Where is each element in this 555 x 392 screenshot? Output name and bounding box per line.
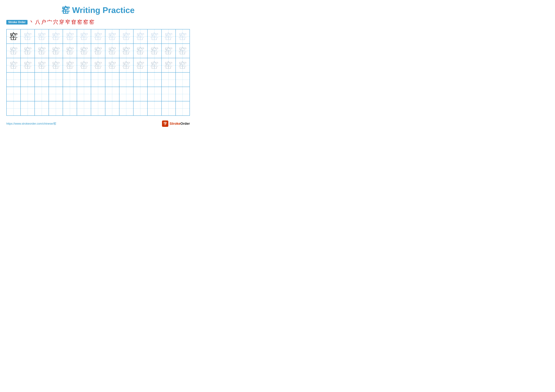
cell-4-6[interactable] xyxy=(77,73,91,87)
cell-5-4[interactable] xyxy=(49,87,63,101)
cell-5-12[interactable] xyxy=(162,87,176,101)
cell-1-6[interactable]: 窑 xyxy=(77,29,91,43)
page-title: 窑 Writing Practice xyxy=(6,5,190,16)
cell-5-7[interactable] xyxy=(91,87,105,101)
cell-3-6[interactable]: 窑 xyxy=(77,58,91,72)
cell-2-4[interactable]: 窑 xyxy=(49,44,63,58)
footer-logo: 字 StrokeOrder xyxy=(162,121,190,127)
cell-6-9[interactable] xyxy=(119,101,133,115)
footer: https://www.strokeorder.com/chinese/窑 字 … xyxy=(6,121,190,127)
cell-4-8[interactable] xyxy=(105,73,119,87)
cell-3-12[interactable]: 窑 xyxy=(162,58,176,72)
cell-1-3[interactable]: 窑 xyxy=(35,29,49,43)
cell-1-7[interactable]: 窑 xyxy=(91,29,105,43)
stroke-3: 户 xyxy=(41,19,46,26)
cell-2-5[interactable]: 窑 xyxy=(63,44,77,58)
cell-2-7[interactable]: 窑 xyxy=(91,44,105,58)
cell-3-1[interactable]: 窑 xyxy=(7,58,21,72)
cell-1-8[interactable]: 窑 xyxy=(105,29,119,43)
stroke-2: 八 xyxy=(35,19,40,26)
cell-2-9[interactable]: 窑 xyxy=(119,44,133,58)
cell-2-1[interactable]: 窑 xyxy=(7,44,21,58)
cell-4-11[interactable] xyxy=(148,73,162,87)
cell-3-2[interactable]: 窑 xyxy=(21,58,35,72)
cell-6-11[interactable] xyxy=(148,101,162,115)
cell-3-7[interactable]: 窑 xyxy=(91,58,105,72)
cell-1-10[interactable]: 窑 xyxy=(133,29,148,43)
cell-5-11[interactable] xyxy=(148,87,162,101)
logo-icon: 字 xyxy=(162,121,168,127)
cell-5-9[interactable] xyxy=(119,87,133,101)
cell-6-12[interactable] xyxy=(162,101,176,115)
cell-1-4[interactable]: 窑 xyxy=(49,29,63,43)
cell-6-5[interactable] xyxy=(63,101,77,115)
cell-4-4[interactable] xyxy=(49,73,63,87)
cell-2-8[interactable]: 窑 xyxy=(105,44,119,58)
cell-6-4[interactable] xyxy=(49,101,63,115)
cell-6-10[interactable] xyxy=(133,101,148,115)
stroke-1: 丶 xyxy=(29,19,34,26)
cell-5-1[interactable] xyxy=(7,87,21,101)
practice-grid: 窑 窑 窑 窑 窑 窑 窑 窑 窑 窑 窑 窑 窑 窑 窑 窑 窑 窑 窑 窑 … xyxy=(6,29,190,116)
cell-6-2[interactable] xyxy=(21,101,35,115)
cell-2-2[interactable]: 窑 xyxy=(21,44,35,58)
cell-3-13[interactable]: 窑 xyxy=(176,58,190,72)
cell-2-6[interactable]: 窑 xyxy=(77,44,91,58)
grid-row-1: 窑 窑 窑 窑 窑 窑 窑 窑 窑 窑 窑 窑 窑 xyxy=(7,29,190,44)
cell-1-5[interactable]: 窑 xyxy=(63,29,77,43)
cell-5-13[interactable] xyxy=(176,87,190,101)
cell-1-12[interactable]: 窑 xyxy=(162,29,176,43)
cell-6-1[interactable] xyxy=(7,101,21,115)
cell-2-10[interactable]: 窑 xyxy=(133,44,148,58)
cell-2-12[interactable]: 窑 xyxy=(162,44,176,58)
cell-4-10[interactable] xyxy=(133,73,148,87)
stroke-order-row: Stroke Order 丶 八 户 宀 穴 穿 窄 窅 窑 窑 窑 xyxy=(6,19,190,26)
cell-1-11[interactable]: 窑 xyxy=(148,29,162,43)
cell-2-3[interactable]: 窑 xyxy=(35,44,49,58)
cell-5-10[interactable] xyxy=(133,87,148,101)
cell-3-11[interactable]: 窑 xyxy=(148,58,162,72)
cell-3-3[interactable]: 窑 xyxy=(35,58,49,72)
cell-6-7[interactable] xyxy=(91,101,105,115)
stroke-10: 窑 xyxy=(83,19,88,26)
cell-5-2[interactable] xyxy=(21,87,35,101)
stroke-4: 宀 xyxy=(47,19,52,26)
cell-6-6[interactable] xyxy=(77,101,91,115)
cell-3-10[interactable]: 窑 xyxy=(133,58,148,72)
grid-row-6 xyxy=(7,101,190,115)
cell-3-5[interactable]: 窑 xyxy=(63,58,77,72)
cell-4-2[interactable] xyxy=(21,73,35,87)
cell-1-9[interactable]: 窑 xyxy=(119,29,133,43)
cell-4-5[interactable] xyxy=(63,73,77,87)
grid-row-4 xyxy=(7,73,190,87)
cell-3-9[interactable]: 窑 xyxy=(119,58,133,72)
cell-1-2[interactable]: 窑 xyxy=(21,29,35,43)
cell-4-12[interactable] xyxy=(162,73,176,87)
cell-4-13[interactable] xyxy=(176,73,190,87)
cell-5-3[interactable] xyxy=(35,87,49,101)
cell-4-9[interactable] xyxy=(119,73,133,87)
cell-6-8[interactable] xyxy=(105,101,119,115)
grid-row-3: 窑 窑 窑 窑 窑 窑 窑 窑 窑 窑 窑 窑 窑 xyxy=(7,58,190,73)
stroke-11: 窑 xyxy=(89,19,94,26)
cell-6-13[interactable] xyxy=(176,101,190,115)
cell-1-1[interactable]: 窑 xyxy=(7,29,21,43)
stroke-sequence: 丶 八 户 宀 穴 穿 窄 窅 窑 窑 窑 xyxy=(29,19,94,26)
cell-4-3[interactable] xyxy=(35,73,49,87)
cell-3-8[interactable]: 窑 xyxy=(105,58,119,72)
cell-2-11[interactable]: 窑 xyxy=(148,44,162,58)
stroke-9: 窑 xyxy=(77,19,82,26)
cell-6-3[interactable] xyxy=(35,101,49,115)
cell-5-6[interactable] xyxy=(77,87,91,101)
cell-2-13[interactable]: 窑 xyxy=(176,44,190,58)
grid-row-5 xyxy=(7,87,190,101)
cell-5-8[interactable] xyxy=(105,87,119,101)
footer-url: https://www.strokeorder.com/chinese/窑 xyxy=(6,122,56,126)
logo-text: StrokeOrder xyxy=(170,121,190,126)
cell-1-13[interactable]: 窑 xyxy=(176,29,190,43)
cell-3-4[interactable]: 窑 xyxy=(49,58,63,72)
cell-4-7[interactable] xyxy=(91,73,105,87)
grid-row-2: 窑 窑 窑 窑 窑 窑 窑 窑 窑 窑 窑 窑 窑 xyxy=(7,44,190,58)
cell-5-5[interactable] xyxy=(63,87,77,101)
cell-4-1[interactable] xyxy=(7,73,21,87)
